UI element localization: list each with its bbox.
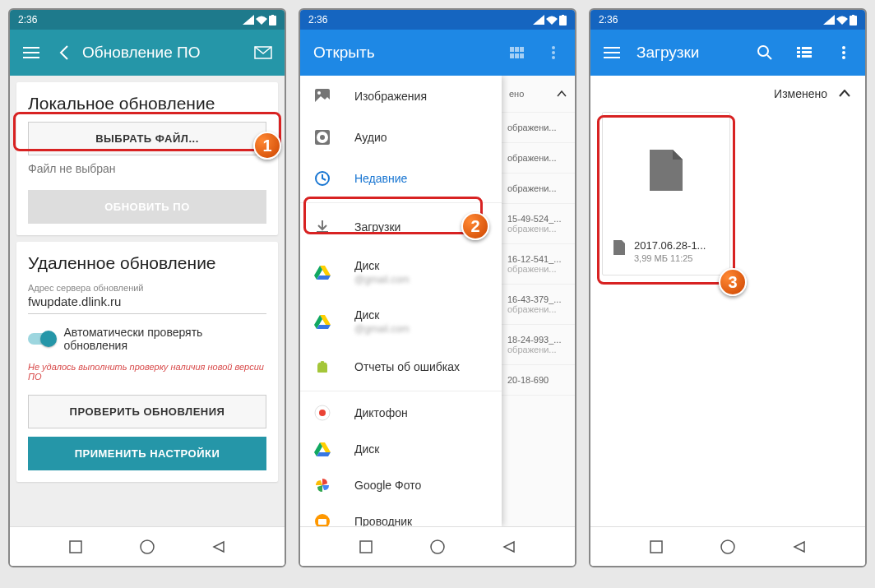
drawer-drive-2[interactable]: Диск@gmail.com [300, 297, 502, 346]
apply-settings-button[interactable]: ПРИМЕНИТЬ НАСТРОЙКИ [28, 437, 266, 470]
nav-bar [590, 526, 865, 566]
file-name: 2017.06.28-1... [634, 239, 706, 252]
svg-point-41 [842, 46, 845, 49]
content-area: Изменено 2017.06.28-1... 3,99 МБ 11:25 3 [590, 76, 865, 526]
local-heading: Локальное обновление [28, 94, 266, 113]
svg-rect-6 [562, 15, 564, 16]
signal-icon [533, 15, 544, 25]
file-tile[interactable]: 2017.06.28-1... 3,99 МБ 11:25 [602, 112, 730, 275]
nav-bar [300, 526, 575, 566]
sort-label: Изменено [774, 87, 827, 100]
view-list-icon[interactable] [789, 38, 819, 67]
svg-point-15 [552, 56, 555, 59]
svg-point-23 [319, 361, 321, 363]
photos-icon [313, 476, 331, 494]
drawer-explorer[interactable]: Проводник [300, 503, 502, 526]
svg-point-24 [324, 361, 326, 363]
back-icon[interactable] [56, 38, 72, 67]
status-icons [823, 15, 857, 25]
status-time: 2:36 [308, 14, 327, 25]
nav-back-icon[interactable] [793, 540, 806, 553]
drive-icon [313, 440, 331, 458]
drawer-drive-1[interactable]: Диск@gmail.com [300, 248, 502, 297]
marker-2: 2 [461, 212, 489, 240]
status-bar: 2:36 [300, 10, 575, 30]
drawer-images[interactable]: Изображения [300, 76, 502, 117]
auto-check-label: Автоматически проверять обновления [63, 326, 266, 352]
search-icon[interactable] [750, 38, 780, 67]
drawer-audio[interactable]: Аудио [300, 117, 502, 158]
nav-back-icon[interactable] [212, 540, 225, 553]
more-icon[interactable] [539, 38, 568, 67]
nav-home-icon[interactable] [720, 539, 735, 554]
drawer: Изображения Аудио Недавние Загрузки Диск… [300, 76, 502, 526]
svg-rect-12 [520, 53, 524, 58]
svg-point-34 [758, 46, 768, 56]
drawer-title: Открыть [313, 44, 493, 62]
status-bar: 2:36 [10, 10, 285, 30]
remote-heading: Удаленное обновление [28, 253, 266, 273]
nav-recent-icon[interactable] [650, 540, 663, 553]
server-value[interactable]: fwupdate.dlink.ru [28, 294, 266, 314]
drawer-recorder[interactable]: Диктофон [300, 395, 502, 431]
svg-point-45 [721, 540, 734, 553]
drive-icon [313, 263, 331, 281]
svg-rect-30 [360, 541, 372, 553]
file-small-icon [613, 239, 626, 256]
mail-icon[interactable] [248, 38, 278, 67]
wifi-icon [256, 15, 267, 25]
folder-icon [313, 512, 331, 526]
select-file-button[interactable]: ВЫБРАТЬ ФАЙЛ... [28, 122, 266, 155]
svg-rect-11 [515, 53, 519, 58]
view-grid-icon[interactable] [502, 38, 532, 67]
svg-point-26 [319, 410, 326, 416]
drawer-recent[interactable]: Недавние [300, 158, 502, 199]
svg-rect-37 [797, 51, 800, 53]
local-update-card: Локальное обновление ВЫБРАТЬ ФАЙЛ... Фай… [16, 82, 278, 235]
svg-rect-35 [797, 47, 800, 49]
auto-check-toggle[interactable] [28, 333, 55, 345]
svg-point-13 [552, 46, 555, 49]
marker-3: 3 [719, 268, 747, 296]
svg-point-4 [141, 540, 154, 553]
drawer-photos[interactable]: Google Фото [300, 467, 502, 503]
svg-point-20 [320, 135, 325, 140]
nav-home-icon[interactable] [140, 539, 155, 554]
battery-icon [269, 15, 276, 25]
svg-rect-5 [559, 16, 567, 25]
toggle-row: Автоматически проверять обновления [28, 326, 266, 352]
check-updates-button[interactable]: ПРОВЕРИТЬ ОБНОВЛЕНИЯ [28, 395, 266, 428]
nav-back-icon[interactable] [502, 540, 516, 553]
drawer-bugs[interactable]: Отчеты об ошибках [300, 346, 502, 387]
svg-rect-8 [515, 47, 519, 52]
audio-icon [313, 128, 331, 146]
app-bar: Обновление ПО [10, 30, 285, 76]
more-icon[interactable] [829, 38, 859, 67]
nav-recent-icon[interactable] [359, 540, 373, 553]
svg-point-31 [431, 540, 444, 553]
nav-bar [10, 526, 285, 566]
menu-icon[interactable] [16, 38, 46, 67]
menu-icon[interactable] [597, 38, 627, 67]
svg-rect-36 [802, 47, 812, 49]
battery-icon [559, 15, 567, 25]
android-icon [313, 358, 331, 376]
app-bar: Загрузки [590, 30, 865, 76]
svg-rect-3 [70, 541, 81, 553]
drawer-drive-3[interactable]: Диск [300, 431, 502, 467]
content-area: ено ображени... ображени... ображени... … [300, 76, 575, 526]
marker-1: 1 [253, 132, 281, 160]
svg-rect-7 [510, 47, 514, 52]
divider [300, 391, 502, 391]
nav-home-icon[interactable] [430, 539, 445, 554]
content-area: Локальное обновление ВЫБРАТЬ ФАЙЛ... Фай… [10, 76, 285, 526]
status-icons [243, 15, 276, 25]
nav-recent-icon[interactable] [69, 540, 82, 553]
phone-2: 2:36 Открыть ено ображени... ображени...… [299, 8, 576, 567]
bg-list: ено ображени... ображени... ображени... … [501, 76, 575, 526]
file-meta: 3,99 МБ 11:25 [634, 253, 706, 263]
sort-header[interactable]: Изменено [590, 76, 865, 112]
svg-rect-0 [269, 16, 276, 25]
app-bar: Открыть [300, 30, 575, 76]
wifi-icon [546, 15, 558, 25]
